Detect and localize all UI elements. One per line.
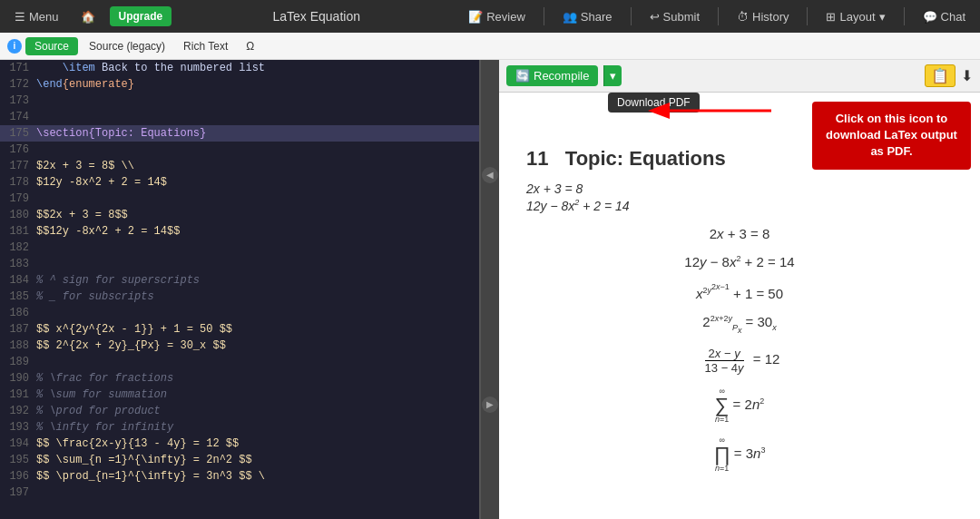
- preview-pane[interactable]: 🔄 Recompile ▾ 📋 ⬇ Download PDF Click on …: [499, 60, 980, 519]
- nav-divider-1: [544, 7, 544, 25]
- history-button[interactable]: ⏱ History: [730, 6, 796, 27]
- line-number: 185: [4, 289, 36, 305]
- line-number: 191: [4, 387, 36, 403]
- line-content: [36, 240, 475, 256]
- line-content: $12y -8x^2 + 2 = 14$: [36, 174, 475, 191]
- line-content: % _ for subscripts: [36, 289, 475, 305]
- display-eq-sum: ∞ ∑ n=1 = 2n2: [526, 387, 953, 424]
- chat-icon: 💬: [923, 10, 937, 24]
- editor-line-190[interactable]: 190% \frac for fractions: [0, 370, 479, 387]
- line-number: 190: [4, 370, 36, 387]
- editor-line-184[interactable]: 184% ^ sign for superscripts: [0, 272, 479, 289]
- editor-line-187[interactable]: 187$$ x^{2y^{2x - 1}} + 1 = 50 $$: [0, 321, 479, 338]
- line-number: 196: [4, 468, 36, 485]
- collapse-left-button[interactable]: ◀: [482, 167, 498, 183]
- line-number: 174: [4, 109, 36, 125]
- line-number: 177: [4, 158, 36, 174]
- editor-line-174[interactable]: 174: [0, 109, 479, 125]
- share-icon: 👥: [563, 10, 577, 24]
- editor-line-175[interactable]: 175\section{Topic: Equations}: [0, 125, 479, 142]
- editor-line-192[interactable]: 192% \prod for product: [0, 403, 479, 419]
- line-content: $$2x + 3 = 8$$: [36, 207, 475, 223]
- line-content: [36, 191, 475, 207]
- editor-line-194[interactable]: 194$$ \frac{2x-y}{13 - 4y} = 12 $$: [0, 436, 479, 452]
- editor-divider[interactable]: ◀ ▶: [481, 60, 499, 519]
- editor-line-179[interactable]: 179: [0, 191, 479, 207]
- editor-line-185[interactable]: 185% _ for subscripts: [0, 289, 479, 305]
- download-pdf-icon[interactable]: 📋: [925, 64, 956, 87]
- line-content: $$ \sum_{n =1}^{\infty} = 2n^2 $$: [36, 452, 475, 468]
- display-eq-3: x2y2x−1 + 1 = 50: [526, 282, 953, 301]
- editor-line-188[interactable]: 188$$ 2^{2x + 2y}_{Px} = 30_x $$: [0, 338, 479, 354]
- app-title: LaTex Equation: [179, 9, 454, 24]
- line-content: \section{Topic: Equations}: [36, 125, 475, 142]
- editor-line-195[interactable]: 195$$ \sum_{n =1}^{\infty} = 2n^2 $$: [0, 452, 479, 468]
- editor-line-173[interactable]: 173: [0, 93, 479, 109]
- history-icon: ⏱: [737, 10, 749, 24]
- line-number: 176: [4, 142, 36, 158]
- display-eq-fraction: 2x − y 13 − 4y = 12: [526, 347, 953, 375]
- submit-icon: ↩: [650, 10, 660, 24]
- line-number: 175: [4, 125, 36, 142]
- editor-line-186[interactable]: 186: [0, 305, 479, 321]
- info-icon[interactable]: i: [7, 39, 22, 54]
- editor-line-182[interactable]: 182: [0, 240, 479, 256]
- editor-line-181[interactable]: 181$$12y -8x^2 + 2 = 14$$: [0, 223, 479, 240]
- line-number: 187: [4, 321, 36, 338]
- menu-icon: ☰: [15, 10, 25, 24]
- line-number: 195: [4, 452, 36, 468]
- editor-line-177[interactable]: 177$2x + 3 = 8$ \\: [0, 158, 479, 174]
- download-icon[interactable]: ⬇: [961, 67, 973, 84]
- editor-line-193[interactable]: 193% \infty for infinity: [0, 419, 479, 436]
- upgrade-button[interactable]: Upgrade: [110, 6, 172, 26]
- line-content: [36, 305, 475, 321]
- top-navbar: ☰ Menu 🏠 Upgrade LaTex Equation 📝 Review…: [0, 0, 980, 33]
- line-number: 188: [4, 338, 36, 354]
- line-number: 178: [4, 174, 36, 191]
- line-content: [36, 354, 475, 370]
- display-eq-4: 22x+2yPx = 30x: [526, 314, 953, 335]
- editor-line-183[interactable]: 183: [0, 256, 479, 272]
- review-button[interactable]: 📝 Review: [461, 6, 533, 27]
- nav-divider-2: [631, 7, 632, 25]
- submit-button[interactable]: ↩ Submit: [642, 6, 707, 27]
- rich-text-button[interactable]: Rich Text: [176, 37, 235, 55]
- display-eq-2: 12y − 8x2 + 2 = 14: [526, 254, 953, 269]
- home-icon: 🏠: [81, 10, 95, 24]
- line-content: [36, 256, 475, 272]
- editor-line-191[interactable]: 191% \sum for summation: [0, 387, 479, 403]
- share-button[interactable]: 👥 Share: [555, 6, 620, 27]
- source-button[interactable]: Source: [25, 37, 78, 55]
- line-number: 194: [4, 436, 36, 452]
- source-legacy-button[interactable]: Source (legacy): [82, 37, 172, 55]
- line-number: 182: [4, 240, 36, 256]
- line-number: 171: [4, 60, 36, 76]
- recompile-dropdown-button[interactable]: ▾: [603, 65, 622, 86]
- home-button[interactable]: 🏠: [74, 6, 103, 27]
- line-number: 183: [4, 256, 36, 272]
- code-editor[interactable]: 171 \item Back to the numbered list172\e…: [0, 60, 481, 519]
- editor-line-176[interactable]: 176: [0, 142, 479, 158]
- editor-line-171[interactable]: 171 \item Back to the numbered list: [0, 60, 479, 76]
- line-number: 189: [4, 354, 36, 370]
- editor-line-189[interactable]: 189: [0, 354, 479, 370]
- inline-eq-2: 12y − 8x2 + 2 = 14: [526, 198, 953, 213]
- omega-button[interactable]: Ω: [239, 37, 261, 55]
- layout-button[interactable]: ⊞ Layout ▾: [818, 6, 892, 27]
- nav-divider-4: [807, 7, 808, 25]
- layout-icon: ⊞: [826, 10, 836, 24]
- editor-line-197[interactable]: 197: [0, 485, 479, 501]
- editor-line-196[interactable]: 196$$ \prod_{n=1}^{\infty} = 3n^3 $$ \: [0, 468, 479, 485]
- line-content: $$ x^{2y^{2x - 1}} + 1 = 50 $$: [36, 321, 475, 338]
- line-content: $$ \prod_{n=1}^{\infty} = 3n^3 $$ \: [36, 468, 475, 485]
- editor-line-180[interactable]: 180$$2x + 3 = 8$$: [0, 207, 479, 223]
- collapse-right-button[interactable]: ▶: [482, 397, 498, 413]
- editor-line-178[interactable]: 178$12y -8x^2 + 2 = 14$: [0, 174, 479, 191]
- recompile-button[interactable]: 🔄 Recompile: [506, 65, 598, 86]
- menu-button[interactable]: ☰ Menu: [7, 6, 66, 27]
- line-content: \end{enumerate}: [36, 76, 475, 93]
- line-number: 184: [4, 272, 36, 289]
- nav-divider-3: [718, 7, 719, 25]
- editor-line-172[interactable]: 172\end{enumerate}: [0, 76, 479, 93]
- chat-button[interactable]: 💬 Chat: [916, 6, 973, 27]
